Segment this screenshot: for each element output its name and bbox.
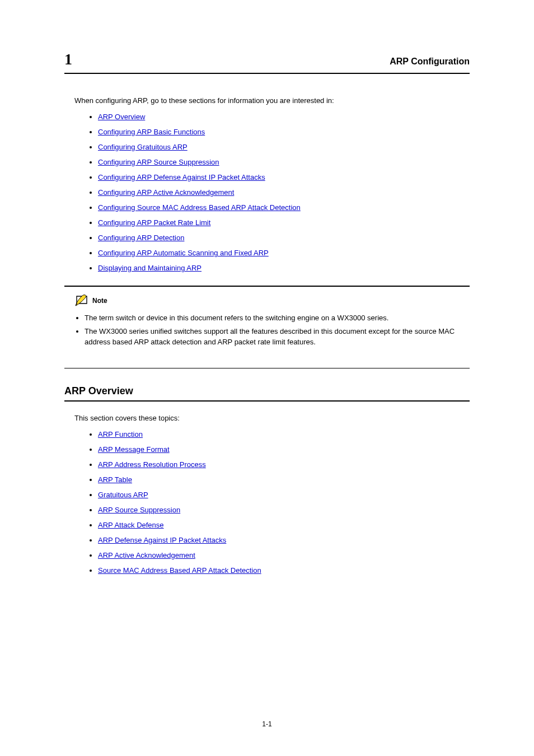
list-item: Configuring ARP Source Suppression xyxy=(98,158,470,166)
list-item: ARP Attack Defense xyxy=(98,521,470,529)
list-item: ARP Address Resolution Process xyxy=(98,460,470,469)
topic-link[interactable]: Configuring Gratuitous ARP xyxy=(98,143,188,151)
list-item: ARP Source Suppression xyxy=(98,506,470,514)
topic-link[interactable]: Configuring ARP Detection xyxy=(98,234,184,242)
subtopic-link-list: ARP Function ARP Message Format ARP Addr… xyxy=(98,430,470,575)
note-item: The WX3000 series unified switches suppo… xyxy=(85,326,470,348)
list-item: ARP Active Acknowledgement xyxy=(98,551,470,559)
chapter-header: 1 ARP Configuration xyxy=(64,50,470,68)
note-label: Note xyxy=(92,297,107,305)
note-box: Note The term switch or device in this d… xyxy=(64,286,470,368)
intro-text: When configuring ARP, go to these sectio… xyxy=(74,96,470,105)
chapter-number: 1 xyxy=(64,50,72,68)
page-number: 1-1 xyxy=(0,720,534,728)
list-item: ARP Defense Against IP Packet Attacks xyxy=(98,536,470,544)
list-item: Gratuitous ARP xyxy=(98,491,470,499)
list-item: ARP Overview xyxy=(98,113,470,121)
topic-link[interactable]: Configuring ARP Source Suppression xyxy=(98,158,219,166)
topic-link[interactable]: Configuring ARP Packet Rate Limit xyxy=(98,218,210,227)
topic-link[interactable]: Configuring ARP Defense Against IP Packe… xyxy=(98,173,265,181)
topic-link[interactable]: ARP Overview xyxy=(98,113,145,121)
list-item: Configuring ARP Defense Against IP Packe… xyxy=(98,173,470,181)
note-list: The term switch or device in this docume… xyxy=(85,312,470,348)
list-item: Configuring ARP Packet Rate Limit xyxy=(98,218,470,227)
list-item: ARP Function xyxy=(98,430,470,438)
subtopic-link[interactable]: ARP Address Resolution Process xyxy=(98,460,206,469)
note-rule-bottom xyxy=(64,368,470,368)
subtopic-link[interactable]: ARP Source Suppression xyxy=(98,506,180,514)
subtopic-link[interactable]: ARP Function xyxy=(98,430,143,438)
list-item: Configuring Gratuitous ARP xyxy=(98,143,470,151)
list-item: Displaying and Maintaining ARP xyxy=(98,264,470,272)
chapter-title: ARP Configuration xyxy=(390,57,470,67)
section-rule xyxy=(64,400,470,402)
note-header: Note xyxy=(74,295,470,307)
list-item: Configuring ARP Basic Functions xyxy=(98,128,470,136)
list-item: ARP Message Format xyxy=(98,445,470,454)
list-item: Configuring ARP Active Acknowledgement xyxy=(98,188,470,197)
topic-link[interactable]: Displaying and Maintaining ARP xyxy=(98,264,202,272)
topic-link[interactable]: Configuring ARP Basic Functions xyxy=(98,128,205,136)
subtopic-link[interactable]: Gratuitous ARP xyxy=(98,491,148,499)
list-item: Configuring ARP Detection xyxy=(98,234,470,242)
subtopic-link[interactable]: Source MAC Address Based ARP Attack Dete… xyxy=(98,566,261,575)
list-item: Configuring Source MAC Address Based ARP… xyxy=(98,203,470,212)
subtopic-link[interactable]: ARP Attack Defense xyxy=(98,521,164,529)
subtopic-link[interactable]: ARP Message Format xyxy=(98,445,170,454)
chapter-rule xyxy=(64,73,470,74)
subtopic-link[interactable]: ARP Table xyxy=(98,475,132,484)
section-intro-text: This section covers these topics: xyxy=(74,414,470,422)
list-item: ARP Table xyxy=(98,475,470,484)
subtopic-link[interactable]: ARP Defense Against IP Packet Attacks xyxy=(98,536,226,544)
list-item: Source MAC Address Based ARP Attack Dete… xyxy=(98,566,470,575)
section-heading: ARP Overview xyxy=(64,385,470,397)
subtopic-link[interactable]: ARP Active Acknowledgement xyxy=(98,551,195,559)
note-icon xyxy=(74,295,89,307)
note-item: The term switch or device in this docume… xyxy=(85,312,470,324)
topic-link[interactable]: Configuring Source MAC Address Based ARP… xyxy=(98,203,301,212)
list-item: Configuring ARP Automatic Scanning and F… xyxy=(98,249,470,257)
note-rule-top xyxy=(64,286,470,287)
topic-link-list: ARP Overview Configuring ARP Basic Funct… xyxy=(98,113,470,272)
topic-link[interactable]: Configuring ARP Automatic Scanning and F… xyxy=(98,249,269,257)
topic-link[interactable]: Configuring ARP Active Acknowledgement xyxy=(98,188,234,197)
